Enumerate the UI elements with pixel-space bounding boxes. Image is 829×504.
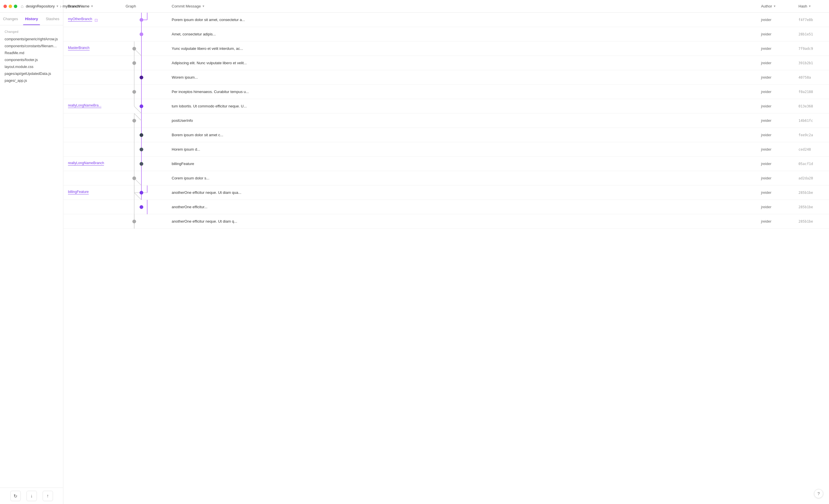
svg-point-12 (133, 61, 136, 65)
commit-graph-col (125, 157, 172, 171)
header-branch[interactable]: Branch ▼ (68, 4, 125, 8)
commit-message: Horem ipsum d... (172, 147, 761, 151)
minimize-dot[interactable] (9, 5, 12, 8)
commit-hash: 40758a (798, 75, 824, 79)
window-controls (3, 5, 17, 8)
table-row[interactable]: Horem ipsum d...jreiderced248 (63, 142, 829, 157)
table-row[interactable]: anotherOne efficitur...jreider285b1be (63, 200, 829, 214)
commit-graph-col (125, 171, 172, 185)
commit-message: anotherOne efficitur neque. Ut diam qua.… (172, 190, 761, 195)
commit-hash: ced248 (798, 147, 824, 151)
commit-hash: f0a2188 (798, 90, 824, 94)
file-list: components/generic/rightArrow.jscomponen… (0, 36, 63, 84)
svg-point-5 (140, 33, 143, 36)
commit-branch-col: reallyLongNameBranch (68, 161, 125, 167)
file-item[interactable]: components/generic/rightArrow.js (0, 36, 63, 43)
commit-message: postUserInfo (172, 118, 761, 123)
home-icon[interactable]: ⌂ (21, 4, 24, 9)
commit-author: jreider (761, 205, 798, 209)
branch-tag[interactable]: myOtherBranch (68, 17, 92, 22)
commit-graph-col (125, 128, 172, 142)
pull-button[interactable]: ↓ (27, 491, 37, 501)
commit-author: jreider (761, 147, 798, 151)
commit-hash: 7f9adc9 (798, 47, 824, 51)
pull-icon: ↓ (31, 493, 33, 499)
table-row[interactable]: MasterBranchYunc vulputate libero et vel… (63, 41, 829, 56)
tabs: Changes History Stashes (0, 13, 63, 25)
commit-graph-col (125, 70, 172, 85)
branch-tag[interactable]: reallyLongNameBra... (68, 103, 101, 108)
commit-graph-col (125, 214, 172, 229)
header-graph: Graph (125, 4, 172, 8)
svg-point-18 (133, 90, 136, 94)
commit-hash: 285b1be (798, 205, 824, 209)
tab-stashes[interactable]: Stashes (42, 13, 63, 25)
commit-message: tum lobortis. Ut commodo efficitur neque… (172, 104, 761, 108)
commit-graph-col (125, 13, 172, 27)
commit-author: jreider (761, 75, 798, 79)
svg-point-46 (140, 191, 143, 194)
commit-graph-col (125, 27, 172, 41)
commit-author: jreider (761, 133, 798, 137)
help-button[interactable]: ? (814, 489, 823, 498)
table-row[interactable]: Per inceptos himenaeos. Curabitur tempus… (63, 85, 829, 99)
commit-hash: fee9c2a (798, 133, 824, 137)
commit-hash: 391b2b1 (798, 61, 824, 65)
file-item[interactable]: components/constants/filename.md (0, 43, 63, 49)
svg-point-22 (140, 105, 143, 108)
commit-message: Porem ipsum dolor sit amet, consectetur … (172, 17, 761, 22)
commit-list: myOtherBranch⊡Porem ipsum dolor sit amet… (63, 13, 829, 504)
table-row[interactable]: Amet, consectetur adipis...jreider28b1e5… (63, 27, 829, 41)
table-row[interactable]: postUserInfojreider14b61fc (63, 113, 829, 128)
tab-changes[interactable]: Changes (0, 13, 21, 25)
svg-point-15 (140, 76, 143, 79)
table-row[interactable]: Corem ipsum dolor s...jreiderad2da20 (63, 171, 829, 185)
refresh-button[interactable]: ↻ (10, 491, 21, 501)
commit-message: Worem ipsum... (172, 75, 761, 79)
commit-author: jreider (761, 32, 798, 36)
commit-message: Per inceptos himenaeos. Curabitur tempus… (172, 89, 761, 94)
commit-message: Borem ipsum dolor sit amet c... (172, 133, 761, 137)
repo-dropdown-arrow[interactable]: ▼ (56, 5, 59, 8)
file-item[interactable]: pages/_app.js (0, 77, 63, 84)
file-item[interactable]: ReadMe.md (0, 49, 63, 57)
branch-tag[interactable]: MasterBranch (68, 46, 89, 50)
svg-point-32 (140, 148, 143, 151)
push-button[interactable]: ↑ (43, 491, 53, 501)
table-row[interactable]: billingFeatureanotherOne efficitur neque… (63, 185, 829, 200)
table-row[interactable]: Worem ipsum...jreider40758a (63, 70, 829, 85)
close-dot[interactable] (3, 5, 7, 8)
branch-tag[interactable]: billingFeature (68, 190, 89, 194)
repo-name[interactable]: designRepository (26, 4, 55, 8)
table-row[interactable]: myOtherBranch⊡Porem ipsum dolor sit amet… (63, 13, 829, 27)
commit-author: jreider (761, 17, 798, 22)
commit-graph-col (125, 142, 172, 157)
table-header: Branch ▼ Graph Commit Message ▼ Author ▼… (63, 0, 829, 13)
svg-point-3 (140, 18, 143, 22)
file-item[interactable]: pages/api/getUpdatedData.js (0, 70, 63, 77)
table-row[interactable]: Adipiscing elit. Nunc vulputate libero e… (63, 56, 829, 70)
commit-branch-col: myOtherBranch⊡ (68, 17, 125, 23)
header-message[interactable]: Commit Message ▼ (172, 4, 761, 8)
file-item[interactable]: components/footer.js (0, 57, 63, 63)
changed-section: Changed components/generic/rightArrow.js… (0, 25, 63, 488)
left-panel: ⌂ designRepository ▼ › myBranchName ▼ Ch… (0, 0, 63, 504)
tab-history[interactable]: History (21, 13, 42, 25)
table-row[interactable]: reallyLongNameBra...tum lobortis. Ut com… (63, 99, 829, 113)
commit-message: Adipiscing elit. Nunc vulputate libero e… (172, 61, 761, 65)
maximize-dot[interactable] (14, 5, 17, 8)
commit-message: anotherOne efficitur... (172, 205, 761, 209)
table-row[interactable]: reallyLongNameBranchbillingFeaturejreide… (63, 157, 829, 171)
table-row[interactable]: Borem ipsum dolor sit amet c...jreiderfe… (63, 128, 829, 142)
bottom-toolbar: ↻ ↓ ↑ (0, 488, 63, 504)
file-item[interactable]: layout.module.css (0, 63, 63, 70)
commit-message: Amet, consectetur adipis... (172, 32, 761, 36)
header-hash[interactable]: Hash ▼ (798, 4, 824, 8)
commit-graph-col (125, 56, 172, 70)
table-row[interactable]: anotherOne efficitur neque. Ut diam q...… (63, 214, 829, 229)
push-icon: ↑ (47, 493, 49, 499)
branch-tag[interactable]: reallyLongNameBranch (68, 161, 104, 166)
commit-hash: ad2da20 (798, 176, 824, 180)
header-author[interactable]: Author ▼ (761, 4, 798, 8)
commit-author: jreider (761, 118, 798, 123)
